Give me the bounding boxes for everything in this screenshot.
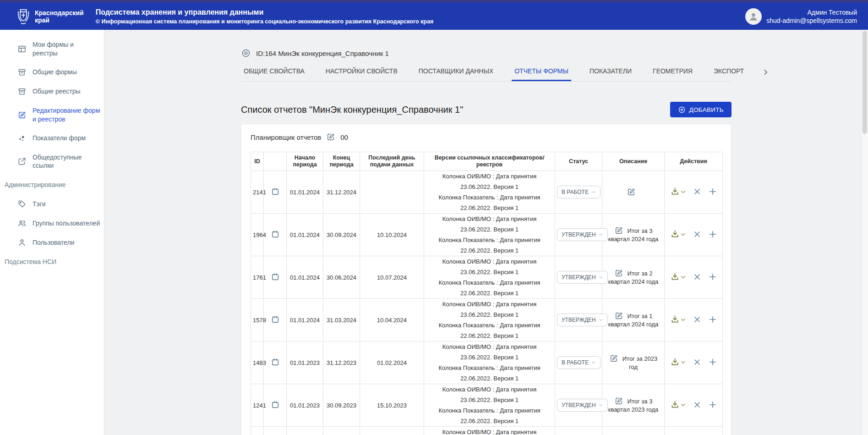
sidebar-item-edit-forms[interactable]: Редактирование форм и реестров <box>0 101 104 129</box>
plus-icon <box>708 358 717 367</box>
add-button[interactable] <box>708 400 717 409</box>
period-start: 01.01.2024 <box>287 256 323 299</box>
add-button[interactable] <box>708 358 717 367</box>
status-dropdown[interactable]: В РАБОТЕ <box>557 356 601 369</box>
description-edit-button[interactable] <box>614 269 623 278</box>
tab-general-properties[interactable]: ОБЩИЕ СВОЙСТВА <box>241 67 307 81</box>
sidebar-item-tags[interactable]: Тэги <box>0 194 104 214</box>
calendar-icon[interactable] <box>271 187 280 196</box>
delete-button[interactable] <box>693 187 701 196</box>
calendar-icon[interactable] <box>271 230 280 239</box>
add-button[interactable] <box>708 187 717 196</box>
tab-form-reports[interactable]: ОТЧЕТЫ ФОРМЫ <box>512 67 571 81</box>
calendar-icon[interactable] <box>271 272 280 281</box>
entity-header: ID:164 МинЭк конкуренция_Справочник 1 <box>241 48 732 58</box>
description-edit-button[interactable] <box>627 187 636 197</box>
sidebar-item-shared-registries[interactable]: Общие реестры <box>0 82 104 101</box>
download-button[interactable] <box>670 357 686 367</box>
calendar-icon[interactable] <box>271 358 280 367</box>
report-id: 2141 <box>251 171 264 214</box>
my-forms-icon <box>17 44 27 54</box>
scheduler-edit-button[interactable] <box>326 132 335 142</box>
delete-button[interactable] <box>693 273 701 281</box>
chevron-down-icon <box>599 275 603 280</box>
table-row: 1964 01.01.2024 30.09.2024 10.10.2024 Ко… <box>251 214 723 256</box>
status-dropdown[interactable]: УТВЕРЖДЕН <box>557 399 608 412</box>
delete-button[interactable] <box>693 401 701 409</box>
description-edit-button[interactable] <box>614 226 623 235</box>
sidebar-item-user-groups[interactable]: Группы пользователей <box>0 214 104 233</box>
app-title-block: Подсистема хранения и управления данными… <box>96 8 434 25</box>
versions-cell: Колонка ОИВ/МО : Дата принятия 23.06.202… <box>424 171 555 214</box>
delete-button[interactable] <box>693 315 701 324</box>
add-report-button[interactable]: ДОБАВИТЬ <box>670 102 732 117</box>
chevron-down-icon <box>599 403 603 407</box>
download-icon <box>670 314 680 324</box>
krasnodar-logo[interactable]: Краснодарский край <box>16 7 84 26</box>
tab-data-providers[interactable]: ПОСТАВЩИКИ ДАННЫХ <box>416 67 496 81</box>
download-button[interactable] <box>670 187 686 196</box>
description-edit-button[interactable] <box>614 396 623 406</box>
description-edit-button[interactable] <box>609 354 618 363</box>
add-button[interactable] <box>708 230 717 239</box>
download-button[interactable] <box>670 229 686 239</box>
period-start <box>287 427 323 435</box>
add-button[interactable] <box>708 315 717 324</box>
download-button[interactable] <box>670 314 686 324</box>
chevron-down-icon <box>680 317 686 323</box>
period-start: 01.01.2024 <box>287 171 323 214</box>
chevron-down-icon <box>680 402 686 408</box>
add-button[interactable] <box>708 272 717 281</box>
calendar-icon[interactable] <box>271 315 280 324</box>
edit-forms-icon <box>17 110 27 120</box>
chevron-down-icon <box>599 318 603 322</box>
visibility-icon <box>241 48 251 58</box>
sidebar-item-label: Общие реестры <box>33 87 81 96</box>
tab-export[interactable]: ЭКСПОРТ <box>711 67 747 81</box>
user-icon <box>17 238 27 247</box>
status-dropdown[interactable]: УТВЕРЖДЕН <box>557 271 608 284</box>
tabs-scroll-right[interactable] <box>762 69 769 81</box>
status-dropdown[interactable]: УТВЕРЖДЕН <box>557 228 608 241</box>
tab-property-settings[interactable]: НАСТРОЙКИ СВОЙСТВ <box>323 67 400 81</box>
user-group-icon <box>17 219 27 228</box>
user-menu[interactable]: Админ Тестовый shud-admin@spellsystems.c… <box>745 8 857 25</box>
download-button[interactable] <box>670 400 686 409</box>
period-end <box>323 427 360 435</box>
sidebar-item-users[interactable]: Пользователи <box>0 233 104 252</box>
col-period-end: Конец периода <box>323 152 360 171</box>
delete-button[interactable] <box>693 358 701 366</box>
table-row: 1761 01.01.2024 30.06.2024 10.07.2024 Ко… <box>251 256 723 299</box>
tab-indicators[interactable]: ПОКАЗАТЕЛИ <box>587 67 634 81</box>
status-dropdown[interactable]: В РАБОТЕ <box>557 186 601 198</box>
report-id: 1483 <box>251 341 264 384</box>
report-id: 1964 <box>251 214 264 256</box>
close-icon <box>693 401 701 409</box>
download-icon <box>670 357 680 367</box>
calendar-icon[interactable] <box>271 400 280 409</box>
chevron-down-icon <box>599 232 603 237</box>
sidebar-item-my-forms[interactable]: Мои формы и реестры <box>0 35 104 63</box>
delete-button[interactable] <box>693 230 701 238</box>
report-id: 1578 <box>251 299 264 341</box>
report-id: 1761 <box>251 256 264 299</box>
deadline: 15.10.2023 <box>360 384 424 427</box>
sidebar-item-shared-forms[interactable]: Общие формы <box>0 63 104 82</box>
sidebar-item-public-links[interactable]: Общедоступные ссылки <box>0 148 104 176</box>
description-cell: Итог за 1 квартал 2024 года <box>602 299 665 341</box>
chevron-down-icon <box>680 274 686 280</box>
sidebar-item-label: Группы пользователей <box>33 219 100 228</box>
download-icon <box>670 187 680 196</box>
description-cell: Итог за 2023 год <box>602 341 665 384</box>
scrollbar-thumb[interactable] <box>863 31 867 134</box>
sidebar-item-label: Тэги <box>33 200 46 209</box>
deadline <box>360 427 424 435</box>
vertical-scrollbar[interactable] <box>862 30 868 435</box>
description-edit-button[interactable] <box>614 311 623 320</box>
status-dropdown[interactable]: УТВЕРЖДЕН <box>557 314 608 326</box>
tab-geometry[interactable]: ГЕОМЕТРИЯ <box>650 67 695 81</box>
download-button[interactable] <box>670 272 686 281</box>
sidebar-item-form-indicators[interactable]: Показатели форм <box>0 129 104 148</box>
sidebar-item-label: Мои формы и реестры <box>33 40 100 58</box>
sidebar-section-administration: Администрирование <box>0 175 104 194</box>
